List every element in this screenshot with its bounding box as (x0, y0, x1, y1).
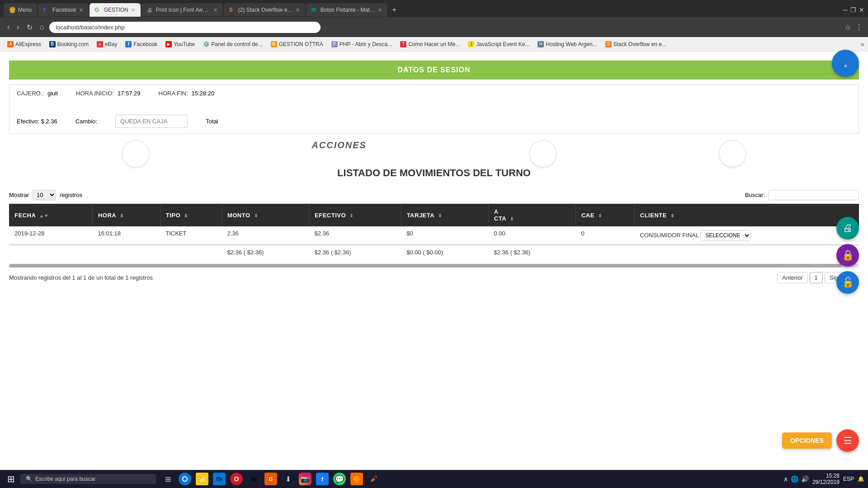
tab-print-icon[interactable]: 🖨 Print Icon | Font Awesome ✕ (142, 3, 223, 17)
bookmark-youtube[interactable]: ▶ YouTube (162, 40, 198, 48)
lock-open-button[interactable]: 🔓 (836, 271, 859, 294)
print-float-button[interactable]: 🖨 (836, 217, 859, 239)
col-tarjeta[interactable]: TARJETA ⇕ (401, 204, 488, 226)
col-monto[interactable]: MONTO ⇕ (222, 204, 309, 226)
action-select[interactable]: SELECCIONE (700, 230, 751, 241)
hora-inicio-label: HORA INICIO: (76, 90, 114, 97)
browser-menu-icon[interactable]: ⋮ (855, 23, 863, 32)
minimize-button[interactable]: ─ (843, 6, 848, 14)
bookmark-como[interactable]: T Como Hacer un Me... (396, 40, 463, 48)
col-cae[interactable]: CAE ⇕ (576, 204, 634, 226)
back-button[interactable]: ‹ (5, 21, 11, 33)
taskbar-opera-icon[interactable]: O (230, 473, 243, 485)
restore-button[interactable]: ❐ (850, 6, 856, 14)
col-efectivo[interactable]: EFECTIVO ⇕ (309, 204, 401, 226)
address-input[interactable] (49, 22, 321, 33)
opciones-button[interactable]: OPCIONES (782, 432, 832, 449)
reload-button[interactable]: ↻ (25, 21, 34, 33)
taskbar-edge-icon[interactable] (179, 473, 191, 485)
bookmark-panel[interactable]: ⚙️ Panel de control de... (199, 40, 266, 48)
tab-boton[interactable]: M Boton Flotante - Material D... ✕ (306, 3, 387, 17)
bookmark-hosting-icon: H (538, 41, 544, 47)
show-entries-select[interactable]: 10 25 50 100 (33, 190, 56, 200)
tab-facebook-label: Facebook (52, 7, 76, 13)
action-circle-1[interactable] (122, 140, 149, 167)
bookmark-ebay[interactable]: e eBay (93, 40, 121, 48)
taskbar-search-box[interactable]: 🔍 Escribe aquí para buscar (20, 474, 156, 484)
tab-facebook-close[interactable]: ✕ (79, 7, 83, 13)
lock-closed-button[interactable]: 🔒 (836, 244, 859, 267)
col-tarjeta-sort-icon: ⇕ (438, 213, 442, 218)
taskbar-mail-icon[interactable]: ✉ (247, 473, 260, 485)
footer-efectivo: $2.36 ( $2.36) (309, 245, 401, 259)
tab-boton-close[interactable]: ✕ (378, 7, 382, 13)
bookmark-aliexpress[interactable]: A AliExpress (4, 40, 45, 48)
tab-stackoverflow-close[interactable]: ✕ (296, 7, 300, 13)
floating-bottom-buttons: OPCIONES ☰ (782, 429, 859, 452)
taskbar-files-icon[interactable]: 📁 (196, 473, 208, 485)
col-hora[interactable]: HORA ⇕ (92, 204, 160, 226)
lock-closed-icon: 🔒 (842, 249, 854, 261)
horizontal-scrollbar[interactable] (9, 264, 859, 267)
new-tab-button[interactable]: + (388, 4, 401, 17)
tray-volume-icon[interactable]: 🔊 (801, 475, 809, 483)
bookmarks-more-button[interactable]: » (860, 40, 864, 48)
col-tipo[interactable]: TIPO ⇕ (160, 204, 222, 226)
bookmark-php[interactable]: P PHP - Abrir y Desca... (328, 40, 396, 48)
user-profile-button[interactable]: 👤⚙ (832, 50, 859, 77)
cajero-field: CAJERO.: giuli (17, 90, 58, 97)
queda-en-caja-input[interactable] (115, 115, 188, 128)
bookmark-stackoverflow[interactable]: S Stack Overflow en e... (602, 40, 670, 48)
tab-stackoverflow-label: (2) Stack Overflow en espa... (238, 7, 293, 13)
taskbar-store-icon[interactable]: 🛍 (213, 473, 226, 485)
taskbar-task-view-icon[interactable]: ⊞ (161, 473, 174, 485)
taskbar-clock[interactable]: 15:28 29/12/2019 (812, 473, 840, 485)
bookmark-booking[interactable]: B Booking.com (46, 40, 92, 48)
taskbar-instagram-icon[interactable]: 📷 (299, 473, 311, 485)
bookmarks-bar: A AliExpress B Booking.com e eBay f Face… (0, 37, 868, 52)
taskbar-download-icon[interactable]: ⬇ (282, 473, 294, 485)
tray-network-icon[interactable]: 🌐 (791, 475, 798, 483)
tab-menu[interactable]: 🍔 Menú (4, 3, 37, 17)
taskbar-language: ESP (843, 476, 854, 482)
tray-up-arrow[interactable]: ∧ (783, 475, 788, 483)
table-header: FECHA ▲▼ HORA ⇕ TIPO ⇕ MONTO ⇕ EFECTIVO (9, 204, 859, 226)
tab-facebook[interactable]: f Facebook ✕ (38, 3, 89, 17)
cambio-label: Cambio: (75, 118, 97, 125)
search-input[interactable] (769, 190, 859, 200)
tab-gestion[interactable]: G GESTION ✕ (90, 3, 141, 17)
col-cliente-sort-icon: ⇕ (670, 213, 675, 218)
taskbar-gestion-icon[interactable]: G (264, 473, 277, 485)
bookmark-hosting[interactable]: H Hosting Web Argen... (534, 40, 600, 48)
bookmark-stackoverflow-label: Stack Overflow en e... (613, 41, 666, 47)
col-acta[interactable]: ACTA ⇕ (488, 204, 576, 226)
pagination-anterior[interactable]: Anterior (777, 272, 808, 283)
mostrar-label: Mostrar (9, 192, 29, 198)
bookmark-js[interactable]: J JavaScript Event Ke... (464, 40, 533, 48)
bookmark-facebook[interactable]: f Facebook (122, 40, 161, 48)
scrollbar-thumb (9, 264, 842, 267)
taskbar-notification-icon[interactable]: 🔔 (858, 476, 864, 482)
taskbar-extra-icon[interactable]: 🔶 (350, 473, 363, 485)
start-button[interactable]: ⊞ (4, 472, 19, 486)
pagination-page-1[interactable]: 1 (810, 272, 823, 283)
tab-stackoverflow[interactable]: S (2) Stack Overflow en espa... ✕ (224, 3, 305, 17)
tab-gestion-close[interactable]: ✕ (131, 7, 135, 13)
close-browser-button[interactable]: ✕ (859, 6, 864, 14)
action-circle-3[interactable] (719, 140, 746, 167)
menu-float-button[interactable]: ☰ (836, 429, 859, 452)
col-fecha[interactable]: FECHA ▲▼ (9, 204, 92, 226)
col-cliente[interactable]: CLIENTE ⇕ (634, 204, 859, 226)
home-button[interactable]: ⌂ (38, 21, 46, 33)
cell-cliente: CONSUMIDOR FINAL SELECCIONE (634, 226, 859, 245)
taskbar-whatsapp-icon[interactable]: 💬 (333, 473, 346, 485)
tab-menu-label: Menú (18, 7, 32, 13)
taskbar-paint-icon[interactable]: 🖌 (368, 473, 380, 485)
bookmark-star-icon[interactable]: ☆ (844, 23, 851, 32)
data-table: FECHA ▲▼ HORA ⇕ TIPO ⇕ MONTO ⇕ EFECTIVO (9, 204, 859, 259)
bookmark-gestion-otra[interactable]: G GESTION OTTRA (267, 40, 327, 48)
taskbar-facebook-taskbar-icon[interactable]: f (316, 473, 329, 485)
tab-print-icon-close[interactable]: ✕ (213, 7, 217, 13)
action-circle-2[interactable] (529, 140, 557, 167)
forward-button[interactable]: › (15, 21, 21, 33)
